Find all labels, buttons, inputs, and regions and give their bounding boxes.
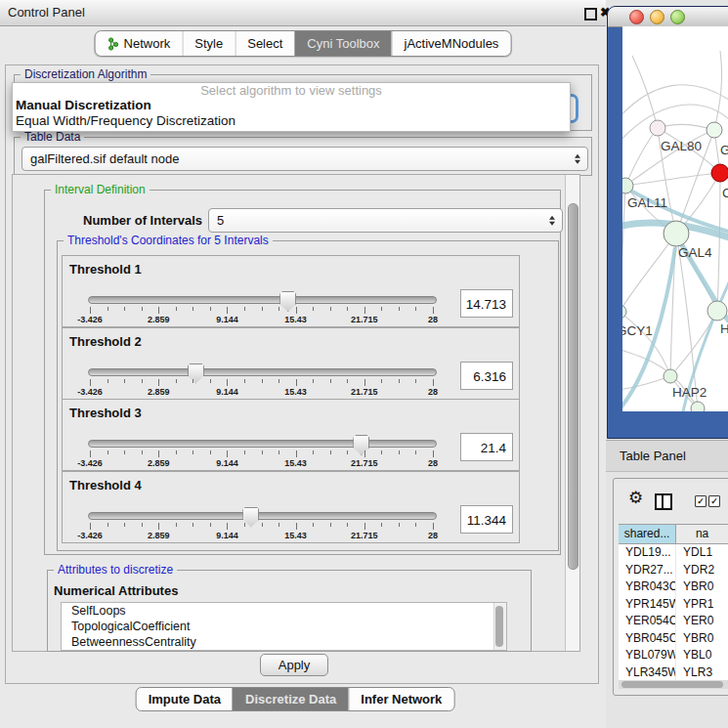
tab-style[interactable]: Style — [182, 31, 235, 56]
tab-network[interactable]: Network — [96, 31, 183, 56]
table-row[interactable]: YBR045CYBR0 — [619, 630, 728, 648]
attribute-item-selfloops[interactable]: SelfLoops — [62, 603, 506, 619]
cell-shared-name[interactable]: YDR27... — [619, 562, 676, 579]
tab-jactivemnodules[interactable]: jActiveMNodules — [392, 31, 511, 56]
tick-mark — [227, 523, 228, 530]
number-of-intervals-combobox[interactable]: 5 — [208, 208, 563, 233]
tick-mark — [433, 450, 434, 457]
red-node[interactable] — [711, 164, 728, 182]
attribute-item-betweennesscentrality[interactable]: BetweennessCentrality — [62, 634, 506, 650]
slider-track[interactable] — [88, 368, 437, 376]
gear-icon[interactable]: ⚙ — [628, 489, 643, 508]
table-row[interactable]: YDL19...YDL1 — [619, 544, 728, 562]
node-label-gal80: GAL80 — [661, 139, 702, 153]
control-panel-titlebar: Control Panel ✖ — [0, 0, 606, 26]
dropdown-option-equal-width-frequency-discretization[interactable]: Equal Width/Frequency Discretization — [13, 113, 570, 129]
pane-vertical-scrollbar[interactable] — [565, 175, 579, 651]
tab-infer-network[interactable]: Infer Network — [348, 688, 453, 710]
cell-shared-name[interactable]: YBL079W — [619, 647, 676, 664]
bottom-node[interactable] — [691, 402, 705, 411]
tick-label: 21.715 — [340, 531, 389, 540]
tab-impute-data[interactable]: Impute Data — [137, 688, 233, 710]
right-node[interactable] — [707, 301, 727, 321]
cell-name[interactable]: YER0 — [676, 613, 728, 630]
cell-name[interactable]: YLR3 — [676, 664, 728, 681]
threshold-value-field[interactable]: 14.713 — [460, 289, 513, 318]
tick-mark — [347, 450, 348, 454]
close-light-icon[interactable] — [629, 10, 644, 24]
bottom-tabbar: Impute DataDiscretize DataInfer Network — [136, 687, 455, 711]
tick-mark — [381, 523, 382, 527]
slider-thumb[interactable] — [242, 507, 259, 528]
table-row[interactable]: YPR145WYPR1 — [619, 596, 728, 614]
slider-thumb[interactable] — [188, 364, 204, 384]
table-row[interactable]: YBR043CYBR0 — [619, 578, 728, 596]
slider-thumb[interactable] — [353, 435, 369, 455]
network-canvas[interactable]: GAL80GACGAL11GAL4GCY1HHAP2 — [622, 26, 728, 411]
cell-shared-name[interactable]: YLR345W — [619, 664, 676, 681]
tab-select[interactable]: Select — [235, 31, 294, 56]
table-row[interactable]: YDR27...YDR2 — [619, 562, 728, 579]
column-header-shared[interactable]: shared... — [619, 525, 676, 543]
slider-track[interactable] — [88, 512, 437, 520]
tick-label: 15.43 — [272, 315, 321, 324]
table-row[interactable]: YLR345WYLR3 — [619, 664, 728, 681]
apply-button[interactable]: Apply — [260, 654, 328, 676]
cell-shared-name[interactable]: YBR045C — [619, 630, 676, 648]
cell-name[interactable]: YBR0 — [676, 630, 728, 648]
slider-thumb[interactable] — [279, 291, 296, 312]
cell-name[interactable]: YPR1 — [676, 596, 728, 614]
slider-track[interactable] — [88, 440, 437, 448]
cell-name[interactable]: YDL1 — [676, 544, 728, 562]
hap2-node[interactable] — [664, 369, 677, 383]
dropdown-option-manual-discretization[interactable]: Manual Discretization — [13, 98, 570, 113]
tick-mark — [296, 307, 297, 314]
list-vertical-scrollbar[interactable] — [493, 603, 506, 650]
group-title-thresholds: Threshold's Coordinates for 5 Intervals — [64, 234, 273, 247]
network-edge — [622, 234, 676, 312]
cell-name[interactable]: YDR2 — [676, 562, 728, 579]
table-data-combobox[interactable]: galFiltered.sif default node — [21, 147, 588, 171]
tick-mark — [176, 307, 177, 311]
float-icon[interactable] — [584, 8, 597, 21]
pane-scrollbar-thumb[interactable] — [568, 203, 578, 570]
columns-icon[interactable] — [655, 493, 672, 510]
checkbox-icon[interactable]: ✓ — [695, 495, 707, 507]
combo-stepper-icon — [575, 153, 580, 164]
checkbox-icon[interactable]: ✓ — [708, 495, 720, 507]
cell-shared-name[interactable]: YER054C — [619, 613, 676, 630]
table-scrollbar-thumb[interactable] — [621, 681, 723, 688]
tick-label: 2.859 — [134, 531, 183, 540]
tick-mark — [193, 450, 193, 454]
tab-discretize-data[interactable]: Discretize Data — [233, 688, 348, 710]
tick-mark — [90, 450, 91, 457]
cell-shared-name[interactable]: YPR145W — [619, 596, 676, 614]
attribute-item-topologicalcoefficient[interactable]: TopologicalCoefficient — [62, 619, 506, 634]
list-scrollbar-thumb[interactable] — [495, 606, 503, 647]
threshold-value-field[interactable]: 11.344 — [460, 505, 513, 534]
slider-track[interactable] — [88, 296, 437, 304]
tick-mark — [433, 307, 434, 314]
column-header-name[interactable]: na — [676, 525, 728, 543]
network-graph[interactable]: GAL80GACGAL11GAL4GCY1HHAP2 — [622, 26, 728, 411]
tick-mark — [210, 523, 211, 527]
tick-mark — [107, 450, 108, 454]
threshold-value-field[interactable]: 21.4 — [460, 433, 513, 461]
gal11-node[interactable] — [622, 178, 633, 193]
minimize-light-icon[interactable] — [650, 10, 664, 24]
gal4-node[interactable] — [664, 221, 689, 246]
table-row[interactable]: YBL079WYBL0 — [619, 647, 728, 664]
gal80-node[interactable] — [650, 120, 665, 136]
zoom-light-icon[interactable] — [670, 10, 685, 24]
threshold-value-field[interactable]: 6.316 — [460, 362, 513, 390]
cell-name[interactable]: YBR0 — [676, 578, 728, 596]
cell-shared-name[interactable]: YDL19... — [619, 544, 676, 562]
table-row[interactable]: YER054CYER0 — [619, 613, 728, 630]
top-right-node[interactable] — [707, 122, 722, 138]
numerical-attributes-list[interactable]: SelfLoopsTopologicalCoefficientBetweenne… — [61, 602, 507, 651]
number-of-intervals-label: Number of Intervals — [83, 213, 202, 228]
cell-name[interactable]: YBL0 — [676, 647, 728, 664]
cell-shared-name[interactable]: YBR043C — [619, 578, 676, 596]
table-horizontal-scrollbar[interactable] — [619, 680, 728, 689]
tab-cyni-toolbox[interactable]: Cyni Toolbox — [294, 31, 391, 56]
